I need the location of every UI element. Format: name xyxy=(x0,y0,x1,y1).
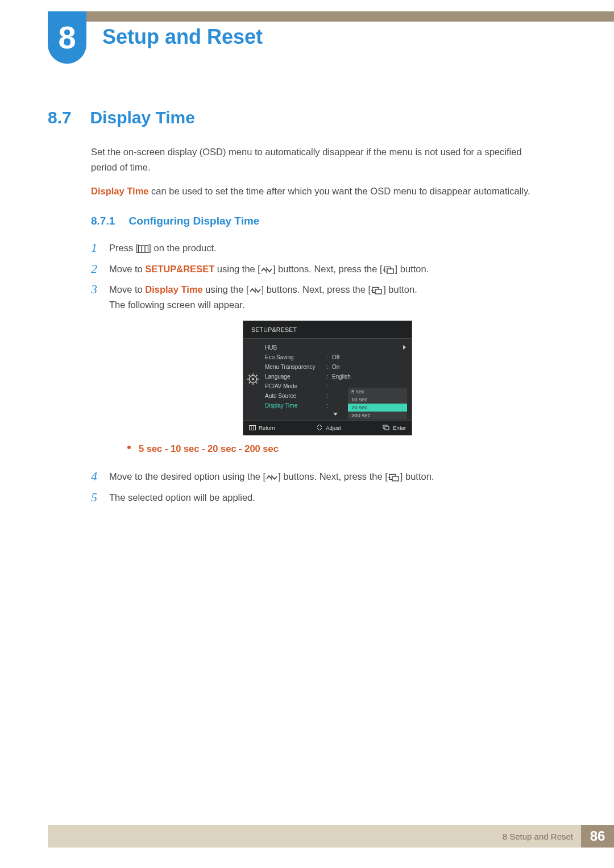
up-down-icon xyxy=(265,474,278,481)
osd-row-hub: HUB xyxy=(265,343,406,353)
svg-rect-25 xyxy=(385,426,389,430)
intro-paragraph-2: Display Time can be used to set the time… xyxy=(91,184,546,199)
osd-row-menu-transparency: Menu Transparency:On xyxy=(265,363,406,372)
menu-icon xyxy=(138,245,148,253)
section-title: Display Time xyxy=(90,108,195,127)
chapter-number: 8 xyxy=(58,22,76,53)
footer-label: 8 Setup and Reset xyxy=(48,825,581,848)
osd-screenshot: SETUP&RESET HUB Eco Saving:Off xyxy=(243,321,412,435)
svg-rect-9 xyxy=(375,289,381,294)
subsection-number: 8.7.1 xyxy=(91,213,126,230)
svg-rect-0 xyxy=(139,245,148,252)
menu-icon xyxy=(249,425,256,430)
osd-popup-opt-3: 20 sec xyxy=(348,404,407,412)
enter-icon xyxy=(382,425,390,430)
svg-rect-28 xyxy=(392,476,399,481)
step-4: 4 Move to the desired option using the [… xyxy=(91,469,546,484)
section-heading: 8.7 Display Time xyxy=(48,108,195,127)
osd-row-language: Language:English xyxy=(265,372,406,382)
osd-row-eco: Eco Saving:Off xyxy=(265,353,406,363)
osd-popup-opt-1: 5 sec xyxy=(348,388,407,396)
chapter-tab: 8 xyxy=(48,11,86,64)
svg-rect-5 xyxy=(387,269,393,273)
osd-popup-opt-4: 200 sec xyxy=(348,412,407,420)
step-1: 1 Press [] on the product. xyxy=(91,240,546,256)
osd-popup: 5 sec 10 sec 20 sec 200 sec xyxy=(348,388,407,420)
page-footer: 8 Setup and Reset 86 xyxy=(48,825,614,848)
options-text: 5 sec - 10 sec - 20 sec - 200 sec xyxy=(139,441,279,456)
gear-icon xyxy=(247,373,259,385)
bullet-icon xyxy=(127,446,131,449)
step-2: 2 Move to SETUP&RESET using the [] butto… xyxy=(91,261,546,277)
osd-footer: Return Adjust Enter xyxy=(243,420,412,435)
display-time-label: Display Time xyxy=(145,284,203,294)
osd-title: SETUP&RESET xyxy=(243,321,412,339)
top-accent-bar xyxy=(86,11,614,22)
enter-icon xyxy=(383,266,395,274)
step-3: 3 Move to Display Time using the [] butt… xyxy=(91,282,546,463)
setup-reset-label: SETUP&RESET xyxy=(145,264,214,274)
svg-line-20 xyxy=(256,375,258,376)
up-down-icon xyxy=(249,286,262,294)
osd-popup-opt-2: 10 sec xyxy=(348,396,407,404)
intro-term: Display Time xyxy=(91,186,149,196)
svg-point-12 xyxy=(252,378,255,381)
arrow-right-icon xyxy=(403,345,406,350)
section-number: 8.7 xyxy=(48,108,88,127)
step-5: 5 The selected option will be applied. xyxy=(91,490,546,505)
chapter-title: Setup and Reset xyxy=(102,25,263,49)
intro-paragraph-1: Set the on-screen display (OSD) menu to … xyxy=(91,144,546,175)
subsection-heading: 8.7.1 Configuring Display Time xyxy=(91,213,546,230)
svg-line-19 xyxy=(249,383,250,384)
adjust-icon xyxy=(316,424,323,431)
arrow-down-icon xyxy=(333,413,338,416)
svg-line-17 xyxy=(249,375,250,376)
up-down-icon xyxy=(260,266,273,274)
enter-icon xyxy=(388,474,400,481)
page-number: 86 xyxy=(581,825,614,848)
enter-icon xyxy=(371,286,383,294)
options-bullet: 5 sec - 10 sec - 20 sec - 200 sec xyxy=(127,441,546,456)
subsection-title: Configuring Display Time xyxy=(129,213,260,230)
svg-line-18 xyxy=(256,383,258,384)
svg-rect-21 xyxy=(250,425,256,430)
